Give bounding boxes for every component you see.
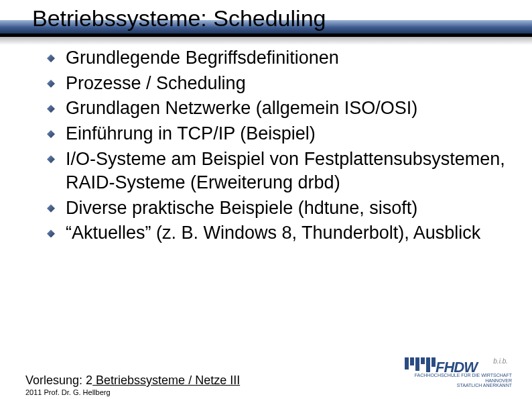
logo: b.i.b. FHDW FACHHOCHSCHULE FÜR DIE WIRTS… [405,357,512,391]
list-item: Einführung in TCP/IP (Beispiel) [47,122,505,146]
footer-line: Vorlesung: 2 Betriebssysteme / Netze III [25,374,240,388]
footer-course: Betriebssysteme / Netze III [92,374,240,387]
footer-sub: 2011 Prof. Dr. G. Hellberg [25,388,111,396]
slide-body: Grundlegende Begriffsdefinitionen Prozes… [0,32,532,245]
slide-title: Betriebssysteme: Scheduling [32,5,532,32]
footer-number: 2 [86,374,92,387]
title-shadow [0,37,532,45]
list-item: “Aktuelles” (z. B. Windows 8, Thunderbol… [47,221,505,245]
list-item: Diverse praktische Beispiele (hdtune, si… [47,196,505,221]
title-area: Betriebssysteme: Scheduling [0,0,532,32]
footer-label: Vorlesung: [25,374,86,387]
logo-sub-line: STAATLICH ANERKANNT [415,383,512,388]
logo-bib: b.i.b. [493,357,508,365]
list-item: I/O-Systeme am Beispiel von Festplattens… [47,148,505,195]
list-item: Grundlegende Begriffsdefinitionen [47,46,505,70]
list-item: Grundlagen Netzwerke (allgemein ISO/OSI) [47,97,505,121]
list-item: Prozesse / Scheduling [47,72,505,96]
slide: Betriebssysteme: Scheduling Grundlegende… [0,0,532,399]
bullet-list: Grundlegende Begriffsdefinitionen Prozes… [47,46,505,245]
logo-subtext: FACHHOCHSCHULE FÜR DIE WIRTSCHAFT HANNOV… [415,373,512,388]
logo-sub-line: FACHHOCHSCHULE FÜR DIE WIRTSCHAFT [415,373,512,378]
logo-sub-line: HANNOVER [415,378,512,384]
footer: Vorlesung: 2 Betriebssysteme / Netze III… [0,352,532,399]
